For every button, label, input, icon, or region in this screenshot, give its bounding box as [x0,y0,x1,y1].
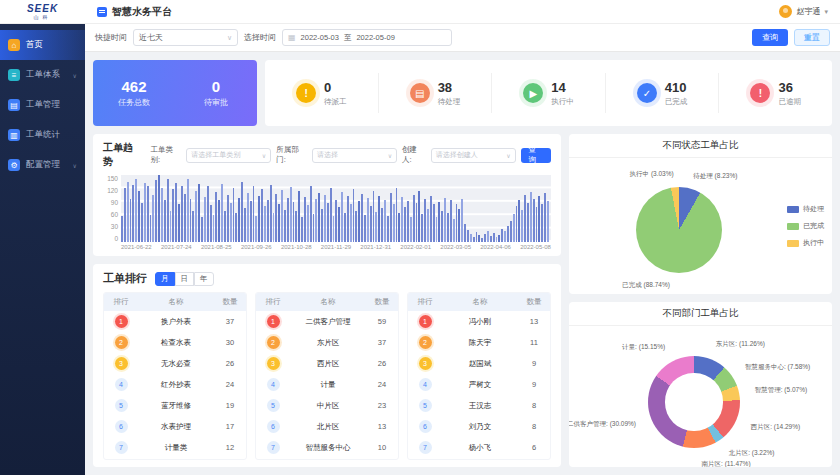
logo-subtext: 山科 [34,14,52,20]
legend-label: 执行中 [803,238,824,248]
pending-approval-label: 待审批 [175,97,257,108]
table-row: 3西片区26 [256,353,398,374]
trend-bar [150,215,152,242]
rank-cell: 5 [104,399,138,412]
sidebar-item-3[interactable]: ▤工单管理 [0,90,85,120]
rank-badge: 2 [115,336,128,349]
table-row: 2东片区37 [256,332,398,353]
legend-item-执行中: 执行中 [787,238,824,248]
ranking-card: 工单排行 月日年 排行名称数量1换户外表372检查水表303无水必查264红外抄… [93,264,561,467]
x-tick-label: 2022-05-08 [520,244,551,252]
document-icon: ▤ [8,99,20,111]
trend-query-button[interactable]: 查询 [521,148,551,163]
trend-y-axis: 1501209060300 [103,175,121,252]
trend-bar [264,206,266,242]
table-row: 5中片区23 [256,395,398,416]
department-select[interactable]: 请选择 ∨ [312,148,397,163]
table-row: 1冯小刚13 [408,311,550,332]
stat-value: 410 [665,80,688,95]
legend-label: 待处理 [803,204,824,214]
trend-bar [418,191,420,242]
total-tasks-label: 任务总数 [93,97,175,108]
trend-bar [493,233,495,242]
trend-bar [510,221,512,242]
trend-bar [341,192,343,242]
table-row: 7杨小飞6 [408,437,550,458]
column-header: 数量 [518,297,550,307]
count-cell: 37 [366,338,398,347]
trend-bar [293,202,295,242]
x-tick-label: 2022-04-06 [480,244,511,252]
app-menu-icon[interactable] [97,7,107,17]
list-icon: ≡ [8,69,20,81]
top-header: SEEK 山科 智慧水务平台 赵宇通 ▾ [0,0,840,24]
sidebar-item-label: 配置管理 [26,159,60,171]
trend-bar [444,198,446,242]
reset-button[interactable]: 重置 [794,29,830,46]
table-row: 1二供客户管理59 [256,311,398,332]
sidebar-item-4[interactable]: ▥工单统计 [0,120,85,150]
trend-bar [344,213,346,242]
count-cell: 10 [366,443,398,452]
trend-bar [195,191,197,242]
trend-bar [447,213,449,242]
ranking-tab-年[interactable]: 年 [194,272,214,286]
trend-bar [390,193,392,242]
date-range-input[interactable]: ▦ 2022-05-03 至 2022-05-09 [282,29,452,46]
ranking-tabs: 月日年 [155,272,214,286]
stat-label: 待处理 [438,97,461,107]
trend-bar [498,235,500,242]
sidebar-item-1[interactable]: ⌂首页 [0,30,85,60]
trend-bar [547,201,549,242]
trend-bar [367,198,369,242]
count-cell: 13 [518,317,550,326]
dept-donut-title: 不同部门工单占比 [569,302,832,326]
sidebar-item-5[interactable]: ⚙配置管理∨ [0,150,85,180]
sidebar-item-2[interactable]: ≡工单体系∨ [0,60,85,90]
avatar[interactable] [779,5,792,18]
slice-label-计量: 计量: (15.15%) [622,343,665,352]
rank-badge: 6 [419,420,432,433]
trend-bar [441,211,443,242]
trend-bar [321,209,323,242]
name-cell: 杨小飞 [442,443,518,453]
trend-bar [267,200,269,242]
ranking-title: 工单排行 [103,271,147,286]
ranking-tab-月[interactable]: 月 [155,272,175,286]
column-header: 排行 [408,297,442,307]
trend-bar [227,195,229,242]
rank-cell: 2 [408,336,442,349]
trend-bar [513,214,515,242]
name-cell: 二供客户管理 [290,317,366,327]
y-tick-label: 90 [103,199,118,206]
ranking-table-3: 排行名称数量1冯小刚132陈天宇113赵国斌94严树文95王汉志86刘乃文87杨… [407,292,551,460]
trend-bar [287,198,289,242]
trend-bar [313,214,315,242]
chevron-down-icon: ∨ [73,72,77,79]
stat-text: 0待派工 [324,80,347,107]
quick-time-select[interactable]: 近七天 ∨ [133,29,238,46]
rank-badge: 1 [419,315,432,328]
table-row: 3赵国斌9 [408,353,550,374]
trend-bar [353,189,355,242]
name-cell: 检查水表 [138,338,214,348]
trend-bar [507,226,509,242]
table-row: 3无水必查26 [104,353,246,374]
rank-badge: 2 [419,336,432,349]
count-cell: 11 [518,338,550,347]
creator-select[interactable]: 请选择创建人 ∨ [431,148,516,163]
column-header: 名称 [442,297,518,307]
stat-已完成: ✓410已完成 [605,73,719,113]
slice-label-东片区: 东片区: (11.26%) [716,340,765,349]
rank-badge: 5 [267,399,280,412]
trend-bar [284,210,286,242]
category-select[interactable]: 请选择工单类别 ∨ [186,148,271,163]
count-cell: 8 [518,401,550,410]
trend-bar [181,186,183,242]
user-menu[interactable]: 赵宇通 ▾ [779,5,828,18]
search-button[interactable]: 查询 [752,29,788,46]
column-header: 数量 [214,297,246,307]
rank-cell: 5 [256,399,290,412]
ranking-tab-日[interactable]: 日 [175,272,195,286]
trend-bar [224,211,226,242]
